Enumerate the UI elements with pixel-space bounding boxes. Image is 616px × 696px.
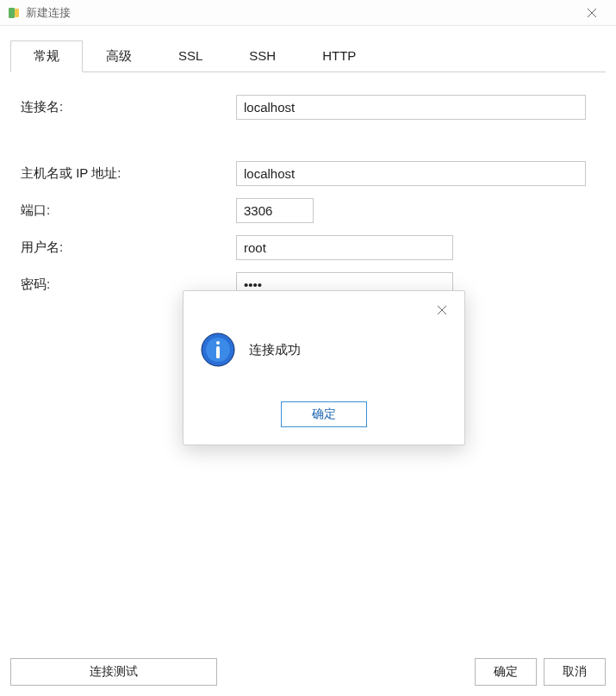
dialog-footer: 连接测试 确定 取消 — [0, 658, 616, 686]
row-connection-name: 连接名: — [21, 95, 595, 120]
connection-name-input[interactable] — [236, 95, 586, 120]
port-input[interactable] — [236, 198, 314, 223]
connection-form: 连接名: 主机名或 IP 地址: 端口: 用户名: 密码: — [10, 88, 606, 297]
close-icon — [587, 8, 597, 18]
connection-name-label: 连接名: — [21, 99, 236, 115]
dialog-body: 常规 高级 SSL SSH HTTP 连接名: 主机名或 IP 地址: 端口: … — [0, 26, 616, 297]
row-port: 端口: — [21, 198, 595, 223]
tab-bar: 常规 高级 SSL SSH HTTP — [10, 40, 606, 72]
port-label: 端口: — [21, 202, 236, 219]
tab-ssl[interactable]: SSL — [155, 40, 226, 72]
svg-rect-1 — [15, 9, 19, 17]
connection-result-dialog: 连接成功 确定 — [183, 290, 465, 445]
svg-rect-8 — [216, 341, 220, 345]
username-label: 用户名: — [21, 239, 236, 256]
window-titlebar: 新建连接 — [0, 0, 616, 26]
dialog-message: 连接成功 — [249, 342, 301, 358]
close-icon — [437, 305, 447, 315]
tab-advanced[interactable]: 高级 — [83, 40, 155, 72]
svg-rect-9 — [216, 346, 220, 358]
window-title: 新建连接 — [26, 5, 71, 21]
cancel-button[interactable]: 取消 — [544, 658, 606, 686]
tab-http[interactable]: HTTP — [299, 40, 379, 72]
host-input[interactable] — [236, 161, 586, 186]
username-input[interactable] — [236, 235, 453, 260]
info-icon — [201, 332, 235, 367]
host-label: 主机名或 IP 地址: — [21, 165, 236, 182]
ok-button[interactable]: 确定 — [475, 658, 537, 686]
dialog-ok-button[interactable]: 确定 — [281, 401, 367, 427]
tab-ssh[interactable]: SSH — [226, 40, 299, 72]
row-host: 主机名或 IP 地址: — [21, 161, 595, 186]
row-username: 用户名: — [21, 235, 595, 260]
test-connection-button[interactable]: 连接测试 — [10, 658, 217, 686]
app-icon — [7, 6, 21, 20]
window-close-button[interactable] — [575, 1, 609, 25]
dialog-close-button[interactable] — [432, 300, 452, 320]
svg-rect-0 — [9, 8, 15, 18]
tab-general[interactable]: 常规 — [10, 40, 83, 72]
